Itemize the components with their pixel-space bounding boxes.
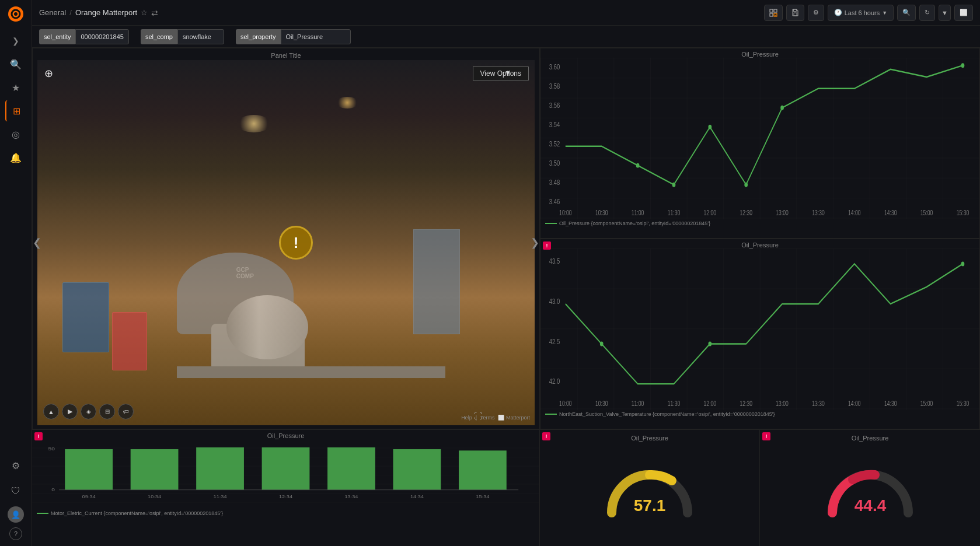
mp-ctrl-tag[interactable]: 🏷	[118, 404, 134, 419]
entity-filter[interactable]: sel_entity 000000201845	[39, 29, 129, 44]
filterbar: sel_entity 000000201845 sel_comp snowfla…	[32, 26, 980, 48]
bar-chart-panel: ! Oil_Pressure 50 0	[32, 430, 540, 546]
svg-text:15:30: 15:30	[957, 209, 969, 217]
mp-terms[interactable]: Terms	[480, 415, 495, 421]
svg-rect-64	[327, 447, 375, 490]
svg-text:13:34: 13:34	[344, 495, 358, 499]
breadcrumb-general: General	[39, 8, 66, 17]
svg-text:12:30: 12:30	[740, 209, 752, 217]
sidebar-item-shield[interactable]: 🛡	[5, 481, 26, 502]
main-content: General / Orange Matterport ☆ ⇄ + ⚙ 🕐 La…	[32, 0, 980, 546]
gauge2-title: Oil_Pressure	[852, 435, 889, 442]
time-range-picker[interactable]: 🕐 Last 6 hours ▼	[828, 5, 894, 21]
panel-left-arrow[interactable]: ❮	[33, 236, 41, 249]
matterport-viewer[interactable]: GCPCOMP ⊕ ! View Options ▼ ▲ ▶ ◈ ⊟	[37, 60, 535, 425]
refresh-dropdown[interactable]: ▼	[939, 5, 951, 21]
breadcrumb-star[interactable]: ☆	[141, 8, 148, 17]
bar-chart-svg: 50 0 09:34 10:34 11:34 12:34 13:34	[32, 439, 539, 509]
dashboard-grid: Panel Title	[32, 48, 980, 546]
svg-text:12:00: 12:00	[704, 400, 717, 408]
comp-filter[interactable]: sel_comp snowflake	[141, 29, 224, 44]
crosshair-icon: ⊕	[44, 67, 53, 80]
svg-text:10:00: 10:00	[559, 400, 572, 408]
svg-text:3.52: 3.52	[549, 139, 560, 148]
svg-text:+: +	[774, 13, 776, 16]
sidebar-item-user[interactable]: 👤	[8, 506, 24, 523]
mp-ctrl-up[interactable]: ▲	[43, 404, 59, 419]
svg-text:3.58: 3.58	[549, 82, 560, 90]
svg-text:13:30: 13:30	[812, 209, 825, 217]
svg-point-2	[14, 12, 18, 16]
chart1-title: Oil_Pressure	[540, 48, 979, 58]
svg-text:14:00: 14:00	[848, 400, 861, 408]
time-range-label: Last 6 hours	[845, 9, 880, 16]
svg-text:42.5: 42.5	[549, 337, 560, 345]
panel-right-arrow[interactable]: ❯	[531, 236, 539, 249]
logo[interactable]	[6, 5, 25, 23]
view-options-button[interactable]: View Options	[473, 66, 529, 81]
oil-pressure-chart-bottom: ! Oil_Pressure 43.5 43.0 42.5 42.0 10:00	[540, 239, 980, 429]
svg-text:14:00: 14:00	[848, 209, 861, 217]
sidebar-item-alerting[interactable]: 🔔	[5, 147, 26, 168]
chart1-svg: 3.60 3.58 3.56 3.54 3.52 3.50 3.48 3.46 …	[540, 58, 979, 219]
mp-footer: Help | Terms ⬜ Matterport	[461, 415, 530, 421]
svg-text:14:30: 14:30	[884, 400, 897, 408]
sidebar-item-help[interactable]: ?	[9, 527, 22, 540]
chart1-legend: Oil_Pressure {componentName='osipi', ent…	[540, 219, 979, 229]
gauge1-title: Oil_Pressure	[631, 435, 668, 442]
svg-text:15:00: 15:00	[920, 400, 933, 408]
svg-text:3.60: 3.60	[549, 62, 560, 71]
svg-text:09:34: 09:34	[82, 495, 96, 499]
svg-point-31	[636, 163, 640, 168]
settings-button[interactable]: ⚙	[808, 5, 824, 21]
property-label: sel_property	[236, 29, 281, 44]
svg-rect-10	[540, 58, 979, 219]
svg-text:10:30: 10:30	[595, 209, 608, 217]
property-filter[interactable]: sel_property Oil_Pressure	[236, 29, 351, 44]
entity-label: sel_entity	[39, 29, 75, 44]
breadcrumb-share[interactable]: ⇄	[151, 8, 158, 18]
bar-chart-legend: Motor_Eletric_Current {componentName='os…	[32, 509, 539, 519]
save-button[interactable]	[786, 5, 804, 21]
mp-ctrl-play[interactable]: ▶	[62, 404, 78, 419]
svg-point-56	[961, 261, 965, 266]
svg-text:10:34: 10:34	[148, 495, 162, 499]
alert-marker[interactable]: !	[279, 226, 313, 260]
chart2-title: Oil_Pressure	[540, 239, 979, 249]
tv-mode-button[interactable]: ⬜	[954, 5, 973, 21]
sidebar-item-dashboards[interactable]: ⊞	[5, 100, 26, 121]
legend-line-icon	[545, 223, 557, 224]
zoom-out-button[interactable]: 🔍	[897, 5, 916, 21]
sidebar-collapse[interactable]: ❯	[5, 30, 26, 51]
sidebar-item-starred[interactable]: ★	[5, 77, 26, 98]
svg-point-34	[744, 183, 748, 187]
svg-text:12:34: 12:34	[279, 495, 293, 499]
svg-text:15:30: 15:30	[957, 400, 969, 408]
mp-help[interactable]: Help	[461, 415, 472, 421]
breadcrumb: General / Orange Matterport ☆ ⇄	[39, 8, 759, 18]
svg-text:0: 0	[51, 487, 55, 492]
bottom-row: ! Oil_Pressure 50 0	[32, 429, 980, 546]
panel-title: Panel Title	[33, 48, 539, 60]
add-panel-icon: +	[769, 9, 777, 17]
svg-point-35	[780, 106, 784, 110]
svg-text:13:00: 13:00	[776, 400, 789, 408]
svg-rect-66	[459, 450, 507, 489]
sidebar-item-search[interactable]: 🔍	[5, 54, 26, 75]
mp-ctrl-floor[interactable]: ⊟	[99, 404, 115, 419]
refresh-button[interactable]: ↻	[919, 5, 935, 21]
chart-top-right: Oil_Pressure 3.60 3.58 3.56 3.54 3.52	[540, 48, 980, 429]
svg-rect-9	[793, 9, 796, 12]
breadcrumb-dashboard: Orange Matterport	[75, 8, 137, 17]
svg-text:10:00: 10:00	[559, 209, 572, 217]
sidebar-item-explore[interactable]: ◎	[5, 124, 26, 145]
save-icon	[791, 9, 799, 16]
svg-text:43.0: 43.0	[549, 298, 560, 306]
svg-text:50: 50	[48, 447, 54, 452]
mp-ctrl-3d[interactable]: ◈	[81, 404, 96, 419]
chart2-legend-text: NorthEast_Suction_Valve_Temperature {com…	[559, 411, 775, 417]
gauge1-svg: 57.1	[603, 463, 696, 522]
sidebar-item-settings[interactable]: ⚙	[5, 455, 26, 476]
add-panel-button[interactable]: +	[764, 5, 783, 21]
warning-badge-g2: !	[762, 432, 770, 440]
